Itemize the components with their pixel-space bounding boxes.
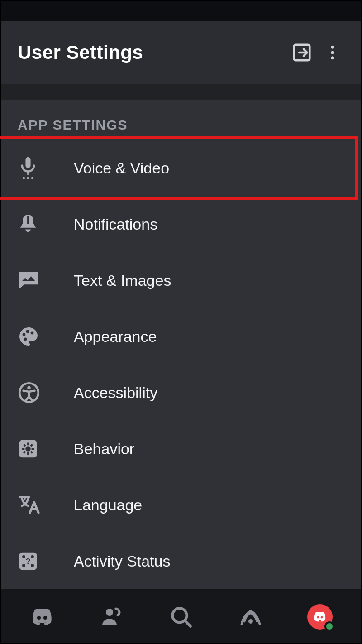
nav-mentions-icon[interactable] xyxy=(221,599,280,635)
image-message-icon xyxy=(18,270,74,290)
settings-item-label: Language xyxy=(74,496,142,514)
svg-text:?: ? xyxy=(26,557,31,566)
settings-item-behavior[interactable]: Behavior xyxy=(1,421,361,477)
settings-item-label: Voice & Video xyxy=(74,159,169,177)
svg-point-6 xyxy=(23,177,25,179)
svg-point-22 xyxy=(31,564,34,567)
svg-point-30 xyxy=(321,616,323,619)
settings-item-label: Notifications xyxy=(74,216,157,233)
nav-friends-icon[interactable] xyxy=(82,599,141,635)
settings-list: Voice & Video Notifications Text & Image… xyxy=(1,140,361,589)
settings-item-label: Text & Images xyxy=(74,272,171,289)
dice-icon: ? xyxy=(18,551,74,572)
bottom-nav xyxy=(3,592,359,641)
settings-item-voice-video[interactable]: Voice & Video xyxy=(1,140,361,196)
svg-point-7 xyxy=(27,177,29,179)
settings-item-label: Activity Status xyxy=(74,553,171,570)
svg-point-26 xyxy=(106,609,113,616)
gear-box-icon xyxy=(18,438,74,459)
settings-item-activity-status[interactable]: ? Activity Status xyxy=(1,533,361,589)
status-bar xyxy=(1,1,361,21)
exit-icon[interactable] xyxy=(286,37,317,68)
header: User Settings xyxy=(1,21,361,84)
svg-point-19 xyxy=(22,555,25,558)
svg-rect-9 xyxy=(27,216,29,224)
svg-rect-4 xyxy=(25,157,30,168)
settings-item-appearance[interactable]: Appearance xyxy=(1,308,361,365)
translate-icon xyxy=(18,495,74,515)
svg-point-10 xyxy=(23,333,26,336)
header-gap xyxy=(1,84,361,100)
settings-item-label: Accessibility xyxy=(74,384,157,402)
svg-point-20 xyxy=(31,555,34,558)
svg-point-11 xyxy=(26,330,29,333)
more-vertical-icon[interactable] xyxy=(317,37,348,68)
nav-profile-avatar[interactable] xyxy=(291,599,349,635)
settings-item-notifications[interactable]: Notifications xyxy=(1,196,361,252)
svg-point-3 xyxy=(331,56,334,59)
settings-item-accessibility[interactable]: Accessibility xyxy=(1,365,361,421)
svg-point-8 xyxy=(31,177,33,179)
microphone-icon xyxy=(18,156,74,180)
svg-point-17 xyxy=(25,446,31,452)
status-online-dot xyxy=(324,621,334,631)
svg-point-13 xyxy=(24,338,27,341)
svg-point-28 xyxy=(248,619,253,624)
bell-icon xyxy=(18,213,74,235)
settings-item-text-images[interactable]: Text & Images xyxy=(1,252,361,308)
palette-icon xyxy=(18,326,74,347)
section-header-app-settings: APP SETTINGS xyxy=(1,100,361,140)
svg-point-2 xyxy=(331,51,334,54)
svg-point-21 xyxy=(22,564,25,567)
settings-item-language[interactable]: Language xyxy=(1,477,361,533)
svg-rect-5 xyxy=(27,171,29,174)
page-title: User Settings xyxy=(18,42,286,63)
settings-item-label: Behavior xyxy=(74,440,134,458)
svg-point-29 xyxy=(317,616,319,619)
svg-point-12 xyxy=(31,332,34,335)
svg-point-15 xyxy=(27,386,31,390)
avatar xyxy=(307,604,333,630)
nav-discord-icon[interactable] xyxy=(13,599,71,635)
svg-point-1 xyxy=(331,46,334,49)
settings-item-label: Appearance xyxy=(74,328,157,346)
svg-point-24 xyxy=(37,616,41,620)
svg-point-25 xyxy=(43,616,47,620)
nav-search-icon[interactable] xyxy=(152,599,210,635)
accessibility-icon xyxy=(18,381,74,404)
